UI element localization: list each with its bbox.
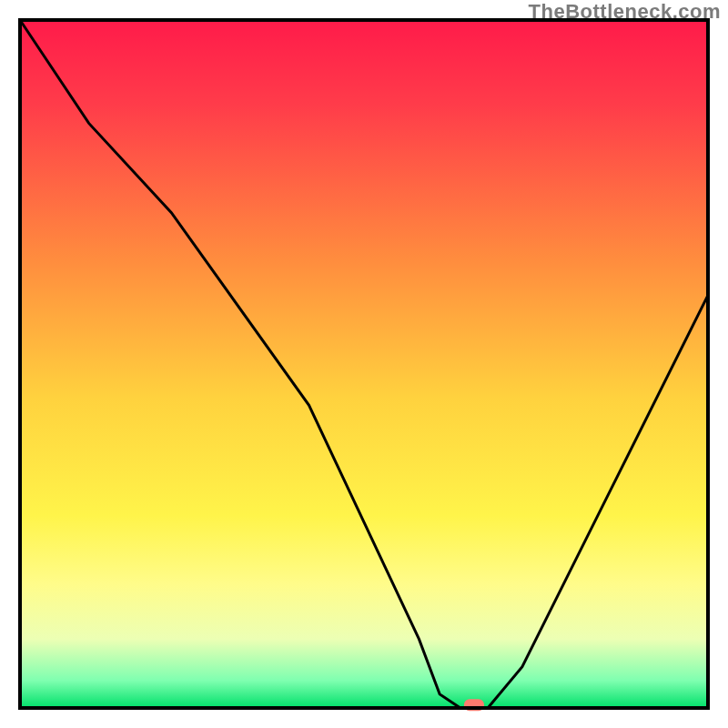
plot-background [20,20,708,708]
watermark-text: TheBottleneck.com [529,0,721,24]
bottleneck-chart [0,0,728,728]
